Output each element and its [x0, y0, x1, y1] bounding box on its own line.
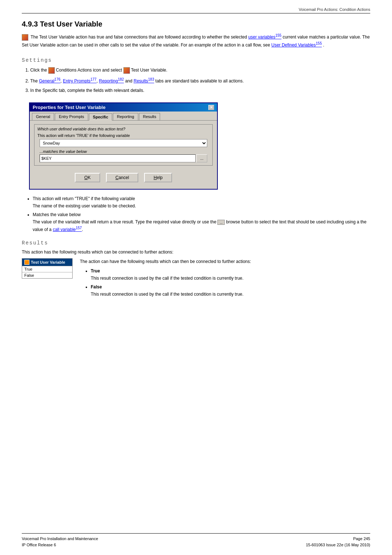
result-false-item: False This result connection is used by … — [91, 284, 370, 297]
ok-button[interactable]: OK — [75, 173, 100, 182]
help-button[interactable]: Help — [144, 173, 172, 182]
link-entry-prompts[interactable]: Entry Prompts177 — [63, 78, 97, 84]
result-true: True — [22, 266, 72, 272]
intro-paragraph: The Test User Variable action has true a… — [22, 33, 370, 49]
section-number: 4.9.3 — [22, 20, 38, 28]
page-title: 4.9.3 Test User Variable — [22, 20, 370, 28]
result-false: False — [22, 272, 72, 278]
link-general[interactable]: General176 — [39, 78, 60, 84]
header-title: Voicemail Pro Actions: Condition Actions — [299, 7, 370, 12]
browse-icon-inline: ... — [217, 220, 225, 225]
tab-entry-prompts[interactable]: Entry Prompts — [55, 113, 88, 120]
intro-icon — [22, 34, 28, 41]
footer-right-line1: Page 245 — [306, 536, 370, 542]
dialog-dropdown-row: SnowDay — [40, 139, 207, 147]
results-section: Results This action has the following re… — [22, 240, 370, 302]
footer-right-line2: 15-601063 Issue 22e (16 May 2010) — [306, 542, 370, 548]
results-heading: Results — [22, 240, 370, 246]
step1-text-before: Click the — [30, 68, 48, 73]
results-intro: This action has the following results wh… — [22, 250, 370, 255]
page-footer: Voicemail Pro Installation and Maintenan… — [22, 533, 370, 548]
browse-button[interactable]: ... — [196, 154, 207, 162]
page-container: Voicemail Pro Actions: Condition Actions… — [0, 0, 392, 555]
step-3: In the Specific tab, complete the fields… — [25, 87, 370, 94]
top-header: Voicemail Pro Actions: Condition Actions — [22, 7, 370, 13]
action-node-title: Test User Variable — [22, 259, 72, 266]
step1-icon-label: Conditions Actions icon and select — [56, 68, 123, 73]
intro-text1: The Test User Variable action has true a… — [30, 35, 247, 40]
dialog-close-button[interactable]: ✕ — [208, 105, 214, 110]
action-node-container: Test User Variable True False — [22, 258, 73, 302]
bullet2-sub: The value of the variable that will retu… — [33, 219, 370, 233]
bullet1-sub: The name of the existing user variable t… — [33, 203, 370, 209]
step2-text: The — [30, 78, 39, 84]
results-diagram: Test User Variable True False The action… — [22, 258, 370, 302]
dialog-wrapper: Properties for Test User Variable ✕ Gene… — [29, 102, 218, 190]
step-2: The General176, Entry Prompts177, Report… — [25, 77, 370, 84]
results-desc: The action can have the following result… — [80, 258, 370, 302]
dialog-matches-label: ...matches the value below — [40, 149, 207, 154]
bullet1-bold: This action will return "TRUE" if the fo… — [33, 196, 135, 201]
dialog-titlebar: Properties for Test User Variable ✕ — [30, 103, 217, 112]
result-true-text: This result connection is used by the ca… — [91, 275, 370, 281]
section-title-text: Test User Variable — [40, 20, 102, 28]
tab-reporting[interactable]: Reporting — [113, 113, 138, 120]
tab-results[interactable]: Results — [139, 113, 160, 120]
footer-left: Voicemail Pro Installation and Maintenan… — [22, 536, 98, 548]
intro-text2-end: . — [323, 42, 324, 48]
variable-dropdown[interactable]: SnowDay — [40, 139, 207, 147]
link-call-variable[interactable]: call variable157 — [53, 227, 82, 232]
result-true-label: True — [91, 268, 100, 274]
footer-left-line2: IP Office Release 6 — [22, 542, 98, 548]
dialog-tabs: General Entry Prompts Specific Reporting… — [30, 112, 217, 121]
test-user-variable-icon — [123, 67, 130, 74]
results-bullet-list: True This result connection is used by t… — [80, 268, 370, 297]
cancel-button[interactable]: Cancel — [106, 173, 138, 182]
step2-text2: tabs are standard tabs available to all … — [155, 78, 244, 84]
dialog-box: Properties for Test User Variable ✕ Gene… — [29, 102, 218, 190]
tab-specific[interactable]: Specific — [89, 113, 112, 121]
dialog-body: Which user defined variable does this ac… — [30, 121, 217, 189]
dialog-buttons: OK Cancel Help — [34, 169, 213, 185]
step3-text: In the Specific tab, complete the fields… — [30, 88, 144, 93]
bullet2-bold: Matches the value below — [33, 212, 81, 217]
bullet-2: Matches the value below The value of the… — [33, 211, 370, 233]
footer-left-line1: Voicemail Pro Installation and Maintenan… — [22, 536, 98, 542]
link-results[interactable]: Results183 — [134, 78, 154, 84]
step-1: Click the Conditions Actions icon and se… — [25, 67, 370, 74]
link-user-defined-variables[interactable]: User Defined Variables155 — [271, 42, 322, 48]
action-node: Test User Variable True False — [22, 258, 73, 279]
dialog-input-row: ... — [40, 154, 207, 162]
bullet-1: This action will return "TRUE" if the fo… — [33, 195, 370, 209]
link-reporting[interactable]: Reporting182 — [99, 78, 124, 84]
footer-right: Page 245 15-601063 Issue 22e (16 May 201… — [306, 536, 370, 548]
tab-general[interactable]: General — [32, 113, 54, 120]
dialog-title: Properties for Test User Variable — [33, 105, 106, 110]
bullet-list: This action will return "TRUE" if the fo… — [22, 195, 370, 233]
settings-heading: Settings — [22, 57, 370, 63]
dialog-question: Which user defined variable does this ac… — [34, 124, 213, 166]
result-false-label: False — [91, 284, 102, 289]
step1-text-after: Test User Variable. — [131, 68, 167, 73]
result-true-item: True This result connection is used by t… — [91, 268, 370, 281]
action-node-icon — [24, 260, 29, 265]
dialog-true-label: This action will return 'TRUE' if the fo… — [37, 133, 209, 138]
value-input[interactable] — [40, 154, 196, 162]
settings-steps: Click the Conditions Actions icon and se… — [22, 67, 370, 94]
result-false-text: This result connection is used by the ca… — [91, 291, 370, 297]
link-user-variables[interactable]: user variables155 — [248, 35, 281, 40]
conditions-icon — [48, 67, 55, 74]
